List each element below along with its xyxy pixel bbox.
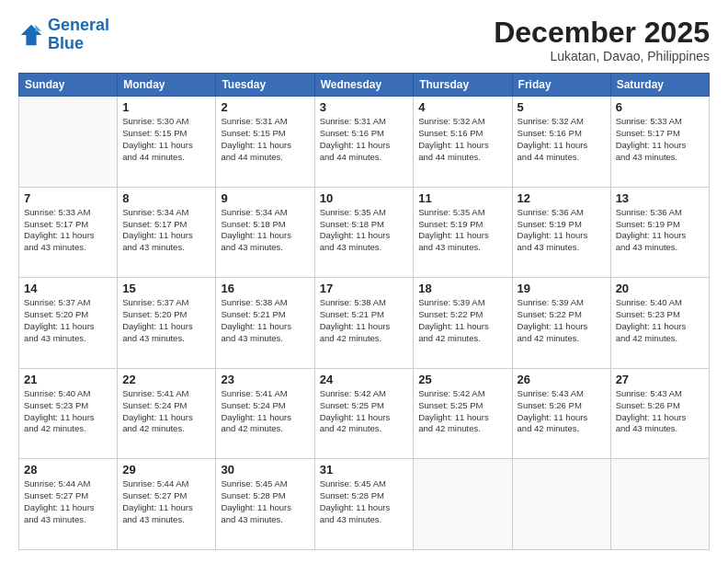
cell-line: and 44 minutes. (221, 152, 309, 164)
cell-line: and 42 minutes. (320, 333, 409, 345)
day-number: 25 (418, 373, 506, 386)
calendar-cell: 31Sunrise: 5:45 AMSunset: 5:28 PMDayligh… (314, 459, 414, 550)
day-number: 22 (122, 373, 210, 386)
cell-line: Sunrise: 5:40 AM (616, 297, 704, 309)
calendar-cell (19, 97, 118, 188)
cell-line: Daylight: 11 hours (418, 321, 506, 333)
calendar-cell: 29Sunrise: 5:44 AMSunset: 5:27 PMDayligh… (118, 459, 216, 550)
day-number: 8 (122, 191, 210, 205)
cell-line: and 43 minutes. (518, 242, 606, 254)
svg-marker-0 (21, 25, 41, 45)
cell-line: and 42 minutes. (518, 333, 606, 345)
cell-line: and 42 minutes. (320, 423, 409, 435)
cell-line: and 43 minutes. (24, 242, 112, 254)
title-block: December 2025 Lukatan, Davao, Philippine… (494, 17, 710, 63)
day-number: 24 (320, 373, 409, 386)
weekday-sunday: Sunday (19, 74, 118, 97)
weekday-thursday: Thursday (414, 74, 512, 97)
day-number: 12 (518, 191, 606, 205)
calendar-cell: 6Sunrise: 5:33 AMSunset: 5:17 PMDaylight… (610, 97, 709, 188)
day-number: 7 (24, 191, 112, 205)
calendar-cell: 10Sunrise: 5:35 AMSunset: 5:18 PMDayligh… (314, 187, 414, 278)
week-row-2: 14Sunrise: 5:37 AMSunset: 5:20 PMDayligh… (19, 278, 710, 369)
cell-line: Sunrise: 5:35 AM (320, 207, 409, 219)
day-number: 3 (320, 100, 409, 114)
cell-line: and 43 minutes. (616, 152, 704, 164)
cell-line: Sunset: 5:16 PM (518, 128, 606, 140)
week-row-1: 7Sunrise: 5:33 AMSunset: 5:17 PMDaylight… (19, 187, 710, 278)
cell-line: Sunrise: 5:41 AM (221, 388, 309, 400)
calendar: SundayMondayTuesdayWednesdayThursdayFrid… (18, 73, 710, 550)
cell-line: Sunset: 5:24 PM (122, 400, 210, 412)
calendar-cell: 13Sunrise: 5:36 AMSunset: 5:19 PMDayligh… (610, 187, 709, 278)
day-number: 13 (616, 191, 704, 205)
cell-line: and 43 minutes. (320, 514, 409, 526)
calendar-cell: 8Sunrise: 5:34 AMSunset: 5:17 PMDaylight… (118, 187, 216, 278)
cell-line: and 43 minutes. (418, 242, 506, 254)
cell-line: Sunset: 5:19 PM (418, 219, 506, 231)
cell-line: Daylight: 11 hours (221, 321, 309, 333)
calendar-cell: 5Sunrise: 5:32 AMSunset: 5:16 PMDaylight… (512, 97, 610, 188)
day-number: 6 (616, 100, 704, 114)
cell-line: and 42 minutes. (518, 423, 606, 435)
cell-line: Sunrise: 5:36 AM (616, 207, 704, 219)
calendar-cell: 14Sunrise: 5:37 AMSunset: 5:20 PMDayligh… (19, 278, 118, 369)
cell-line: Sunset: 5:15 PM (122, 128, 210, 140)
cell-line: Sunset: 5:18 PM (320, 219, 409, 231)
cell-line: and 43 minutes. (616, 423, 704, 435)
cell-line: and 43 minutes. (616, 242, 704, 254)
cell-line: Daylight: 11 hours (518, 230, 606, 242)
page: General Blue December 2025 Lukatan, Dava… (0, 0, 728, 563)
cell-line: Daylight: 11 hours (616, 230, 704, 242)
day-number: 20 (616, 282, 704, 295)
cell-line: Sunrise: 5:44 AM (24, 478, 112, 490)
cell-line: Daylight: 11 hours (122, 140, 210, 152)
day-number: 30 (221, 463, 309, 477)
cell-line: Sunset: 5:21 PM (221, 309, 309, 321)
svg-marker-1 (35, 25, 41, 31)
day-number: 1 (122, 100, 210, 114)
cell-line: and 42 minutes. (24, 423, 112, 435)
day-number: 18 (418, 282, 506, 295)
cell-line: Sunset: 5:25 PM (320, 400, 409, 412)
cell-line: Daylight: 11 hours (221, 140, 309, 152)
cell-line: Daylight: 11 hours (616, 140, 704, 152)
cell-line: Sunrise: 5:33 AM (24, 207, 112, 219)
cell-line: Sunrise: 5:30 AM (122, 116, 210, 128)
cell-line: Sunrise: 5:43 AM (616, 388, 704, 400)
calendar-cell: 4Sunrise: 5:32 AMSunset: 5:16 PMDaylight… (414, 97, 512, 188)
cell-line: Sunrise: 5:34 AM (221, 207, 309, 219)
weekday-monday: Monday (118, 74, 216, 97)
cell-line: and 42 minutes. (418, 423, 506, 435)
cell-line: and 42 minutes. (418, 333, 506, 345)
cell-line: Sunset: 5:20 PM (122, 309, 210, 321)
cell-line: Sunset: 5:22 PM (418, 309, 506, 321)
day-number: 26 (518, 373, 606, 386)
calendar-cell: 23Sunrise: 5:41 AMSunset: 5:24 PMDayligh… (216, 368, 314, 459)
cell-line: Sunset: 5:16 PM (320, 128, 409, 140)
day-number: 21 (24, 373, 112, 386)
cell-line: Daylight: 11 hours (616, 412, 704, 424)
day-number: 19 (518, 282, 606, 295)
weekday-friday: Friday (512, 74, 610, 97)
cell-line: and 43 minutes. (122, 242, 210, 254)
cell-line: Daylight: 11 hours (418, 230, 506, 242)
cell-line: Daylight: 11 hours (24, 412, 112, 424)
cell-line: Daylight: 11 hours (122, 412, 210, 424)
cell-line: and 44 minutes. (518, 152, 606, 164)
weekday-tuesday: Tuesday (216, 74, 314, 97)
weekday-header-row: SundayMondayTuesdayWednesdayThursdayFrid… (19, 74, 710, 97)
cell-line: Sunset: 5:23 PM (616, 309, 704, 321)
cell-line: Sunset: 5:15 PM (221, 128, 309, 140)
cell-line: Sunset: 5:25 PM (418, 400, 506, 412)
calendar-cell: 27Sunrise: 5:43 AMSunset: 5:26 PMDayligh… (610, 368, 709, 459)
cell-line: Daylight: 11 hours (418, 140, 506, 152)
cell-line: Daylight: 11 hours (518, 321, 606, 333)
day-number: 23 (221, 373, 309, 386)
logo-text: General Blue (48, 17, 109, 53)
calendar-cell: 28Sunrise: 5:44 AMSunset: 5:27 PMDayligh… (19, 459, 118, 550)
calendar-cell: 25Sunrise: 5:42 AMSunset: 5:25 PMDayligh… (414, 368, 512, 459)
day-number: 27 (616, 373, 704, 386)
calendar-cell: 19Sunrise: 5:39 AMSunset: 5:22 PMDayligh… (512, 278, 610, 369)
logo-icon (18, 22, 44, 48)
